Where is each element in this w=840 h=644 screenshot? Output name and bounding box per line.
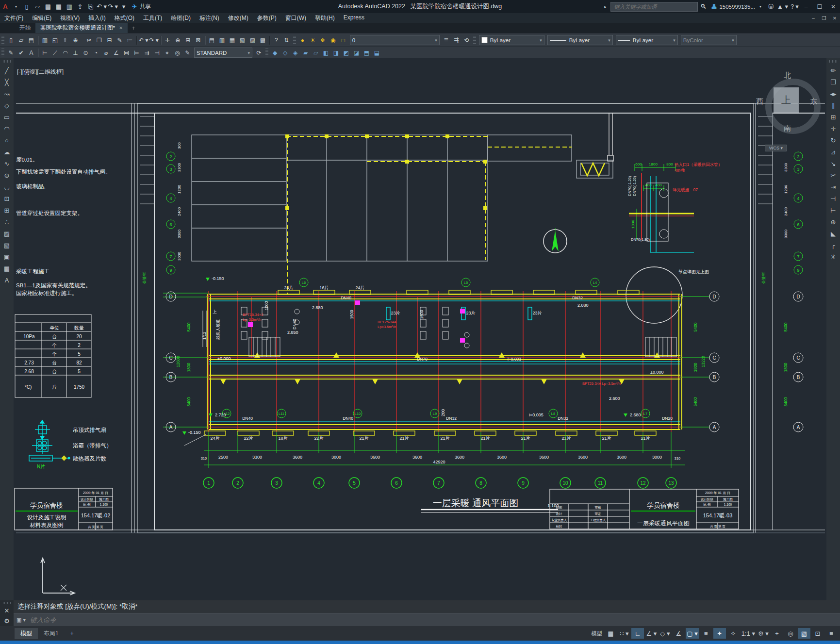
dimstyle-dropdown[interactable]: STANDARD▾ [194,48,252,58]
annotation-visibility-icon[interactable]: ✦ [713,628,726,639]
minimize-button[interactable]: – [799,3,813,10]
isodraft-icon[interactable]: ◇ ▾ [659,628,671,639]
menu-item[interactable]: 参数(P) [253,14,281,22]
revcloud-icon[interactable]: ☁ [1,147,12,157]
print-icon[interactable]: ⎘ [86,2,96,12]
dim-angular-icon[interactable]: ∠ [112,48,121,57]
menu-item[interactable]: 文件(F) [0,14,28,22]
redo-icon[interactable]: ↷ ▾ [108,2,118,12]
command-prompt-icon[interactable]: ▣ ▾ [16,617,26,623]
viewport-controls[interactable]: [-][俯视][二维线框] [17,68,64,76]
plot-icon[interactable]: ▥ [65,2,74,12]
dim-tolerance-icon[interactable]: ⌖ [163,48,172,57]
menu-item[interactable]: 视图(V) [56,14,84,22]
mtext-icon[interactable]: A [1,275,12,285]
array-icon[interactable]: ⊞ [828,112,839,122]
join-icon[interactable]: ⊕ [828,216,839,227]
gradient-icon[interactable]: ▧ [1,240,12,250]
plotstyle-dropdown[interactable]: ByColor▾ [681,35,737,45]
search-box[interactable] [610,2,698,12]
batch-plot-icon[interactable]: ≔ [125,35,134,45]
loft-icon[interactable]: ◨ [331,48,341,57]
ortho-icon[interactable]: ∟ [631,628,644,639]
drawing-canvas[interactable]: 会签栏 会签栏 度0.01。 下翻找坡需要下翻处设置自动排气阀。 玻璃棉制品, … [14,58,826,600]
user-icon[interactable]: 👤︎ [709,2,719,12]
share-label[interactable]: 共享 [140,3,151,10]
match-layer-icon[interactable]: ⇶ [452,35,461,45]
open-icon[interactable]: ▱ [16,35,26,45]
account-caret[interactable]: ▾ [756,2,765,12]
open-file-icon[interactable]: ▱ [33,2,42,12]
wcs-menu[interactable]: WCS ▾ [765,145,787,151]
dim-quick-icon[interactable]: ⋈ [122,48,131,57]
menu-item[interactable]: 编辑(E) [28,14,56,22]
save-icon[interactable]: ▤ [27,35,36,45]
menu-item[interactable]: 绘图(D) [166,14,195,22]
menu-item[interactable]: 帮助(H) [311,14,339,22]
qat-more-icon[interactable]: ▾ [119,2,129,12]
graphics-performance-icon[interactable]: ▧ [798,628,810,639]
viewcube-north[interactable]: 北 [784,71,791,80]
model-space-button[interactable]: 模型 [590,628,603,639]
snap-icon[interactable]: ∷ ▾ [618,628,630,639]
viewcube-south[interactable]: 南 [784,124,791,133]
copy-icon[interactable]: ❐ [95,35,104,45]
layer-thaw-icon[interactable]: ☀ [308,35,317,45]
dim-arc-icon[interactable]: ◠ [61,48,70,57]
grid-icon[interactable]: ▦ [604,628,617,639]
clean-screen-icon[interactable]: ⊡ [811,628,824,639]
slice-icon[interactable]: ◩ [342,48,351,57]
maximize-button[interactable]: ☐ [813,3,826,10]
autodesk-app-icon[interactable]: ▲ ▾ [777,2,788,12]
command-close-icon[interactable]: ✕ [1,606,12,615]
copy-icon[interactable]: ❐ [828,77,839,87]
tab-close-icon[interactable]: ✕ [119,25,123,31]
properties-icon[interactable]: ▦ [228,35,237,45]
tab-document[interactable]: 某医院学院宿舍楼暖通设计图*✕ [35,23,128,33]
revolve-icon[interactable]: ▱ [311,48,320,57]
break-point-icon[interactable]: ⊣ [828,193,839,204]
scale-icon[interactable]: ⊿ [828,147,839,157]
insert-block-icon[interactable]: ⊡ [1,193,12,204]
search-input[interactable] [613,3,695,10]
fillet-icon[interactable]: ╭ [828,240,839,250]
break-icon[interactable]: ⊢ [828,205,839,215]
dim-update-icon[interactable]: ⟳ [254,48,264,57]
undo-icon[interactable]: ↶ ▾ [139,35,148,45]
move-icon[interactable]: ✛ [828,123,839,134]
calculator-icon[interactable]: ▩ [258,35,267,45]
app-menu-caret[interactable]: ▾ [11,2,21,12]
isolate-icon[interactable]: ◎ [784,628,797,639]
line-icon[interactable]: ╱ [1,65,12,76]
union-icon[interactable]: ◆ [270,48,280,57]
mirror-icon[interactable]: ◂▸ [828,88,839,99]
ellipse-icon[interactable]: ⊜ [1,170,12,181]
hatch-icon[interactable]: ▨ [1,228,12,239]
rotate-icon[interactable]: ↻ [828,135,839,146]
circle-icon[interactable]: ○ [1,135,12,146]
spline-icon[interactable]: ∿ [1,158,12,169]
text-style-icon[interactable]: A [27,48,36,57]
help-icon[interactable]: ？▾ [789,2,799,12]
new-file-icon[interactable]: ▯ [22,2,32,12]
otrack-icon[interactable]: ∡ [672,628,685,639]
layer-lock-icon[interactable]: ◉ [329,35,338,45]
command-customize-icon[interactable]: ⚙ [1,616,12,626]
viewcube-west[interactable]: 西 [756,97,763,106]
new-tab-button[interactable]: + [128,25,139,32]
osnap-icon[interactable]: ▢ ▾ [686,628,698,639]
layer-on-icon[interactable]: ● [298,35,307,45]
undo-icon[interactable]: ↶ ▾ [97,2,107,12]
tab-model[interactable]: 模型 [15,628,38,639]
explode-icon[interactable]: ✳ [828,251,839,262]
offset-icon[interactable]: ∥ [828,100,839,111]
menu-item[interactable]: 工具(T) [139,14,166,22]
doc-minimize-button[interactable]: – [808,16,819,21]
spell-check-icon[interactable]: ✔ [16,48,26,57]
stretch-icon[interactable]: ↘ [828,158,839,169]
layer-properties-icon[interactable]: ▤ [207,35,216,45]
command-line[interactable]: ▣ ▾ [14,613,840,627]
command-history[interactable]: 选择注释对象或 [放弃(U)/模式(M)]: *取消* [14,600,840,613]
shell-icon[interactable]: ◪ [352,48,361,57]
preview-icon[interactable]: ◱ [50,35,60,45]
